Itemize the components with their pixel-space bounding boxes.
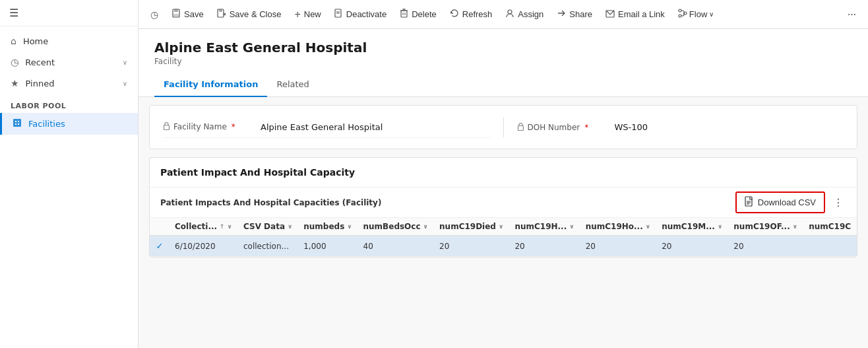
flow-button[interactable]: Flow ∨ [671,5,720,24]
svg-point-22 [679,15,681,17]
table-header-numC19OF[interactable]: numC19OF... ∨ [728,218,803,236]
history-button[interactable]: ◷ [144,5,165,24]
save-close-icon [217,9,226,20]
filter-icon[interactable]: ∨ [288,223,292,230]
table-header-collection[interactable]: Collecti... ↑ ∨ [170,218,238,236]
deactivate-button[interactable]: Deactivate [328,5,393,24]
form-section: Facility Name * Alpine East General Hosp… [149,105,857,149]
delete-label: Delete [412,9,437,19]
download-csv-button[interactable]: Download CSV [735,191,825,213]
table-header-numC19Died[interactable]: numC19Died ∨ [434,218,509,236]
facilities-icon [13,118,22,129]
filter-icon[interactable]: ∨ [646,223,650,230]
table-header-numC19M[interactable]: numC19M... ∨ [656,218,728,236]
facility-name-value[interactable]: Alpine East General Hospital [261,122,383,132]
sidebar-item-home[interactable]: ⌂ Home [0,30,138,52]
pin-icon: ★ [11,78,19,88]
table-cell-numC19OF: 20 [728,236,803,257]
delete-icon [400,9,408,20]
svg-rect-2 [18,121,19,122]
assign-label: Assign [518,9,543,19]
subgrid-toolbar: Patient Impacts And Hospital Capacities … [150,188,857,218]
share-icon [557,9,566,20]
table-cell-numC19Died: 20 [434,236,509,257]
share-button[interactable]: Share [550,5,599,24]
filter-icon[interactable]: ∨ [347,223,352,230]
table-cell-numbeds: 1,000 [298,236,357,257]
filter-icon[interactable]: ∨ [793,223,797,230]
save-icon [171,9,181,20]
flow-icon [678,9,687,20]
filter-icon[interactable]: ∨ [718,223,722,230]
lock-icon [517,122,524,133]
new-button[interactable]: + New [288,5,327,24]
refresh-button[interactable]: Refresh [443,5,499,24]
table-header-csv-data[interactable]: CSV Data ∨ [238,218,298,236]
table-cell-numC19H: 20 [509,236,580,257]
sidebar-item-recent[interactable]: ◷ Recent ∨ [0,52,138,73]
svg-rect-23 [164,125,170,130]
sidebar-item-label: Facilities [28,119,65,129]
sidebar-header: ☰ [0,0,138,26]
svg-point-18 [508,10,512,14]
assign-button[interactable]: Assign [499,5,550,24]
filter-icon[interactable]: ∨ [569,223,574,230]
table-header-numC19C[interactable]: numC19C [803,218,857,236]
more-options-button[interactable]: ⋯ [841,5,863,23]
save-close-button[interactable]: Save & Close [210,5,288,24]
table-header-numC19H[interactable]: numC19H... ∨ [509,218,580,236]
table-header-check [150,218,170,236]
sidebar-item-facilities[interactable]: Facilities [0,113,138,135]
svg-rect-24 [518,125,523,130]
refresh-label: Refresh [462,9,493,19]
table-row[interactable]: ✓ 6/10/2020 collection... 1,000 40 20 20… [150,236,857,257]
table-cell-csv-data: collection... [238,236,298,257]
share-label: Share [569,9,592,19]
delete-button[interactable]: Delete [393,5,443,24]
subgrid-more-options-icon[interactable]: ⋮ [830,193,846,211]
sidebar-item-label: Pinned [26,79,55,88]
table-header-numC19Ho[interactable]: numC19Ho... ∨ [580,218,657,236]
svg-rect-3 [15,123,16,125]
save-button[interactable]: Save [165,5,210,24]
lock-icon [163,122,170,132]
tab-related[interactable]: Related [267,74,318,97]
hamburger-menu-icon[interactable]: ☰ [9,7,18,19]
sidebar-item-label: Home [23,36,48,46]
doh-number-value[interactable]: WS-100 [615,122,648,132]
svg-rect-6 [174,9,178,12]
record-title: Alpine East General Hospital [154,40,852,55]
deactivate-icon [334,9,343,20]
flow-chevron-icon: ∨ [709,11,714,18]
email-link-button[interactable]: Email a Link [599,5,671,24]
table-header-numbeds[interactable]: numbeds ∨ [298,218,357,236]
svg-rect-13 [401,11,407,17]
table-cell-numC19M: 20 [656,236,728,257]
svg-point-20 [679,9,681,12]
filter-icon[interactable]: ∨ [499,223,503,230]
subgrid-table-container: Collecti... ↑ ∨ CSV Data ∨ [150,218,857,257]
svg-rect-1 [15,121,16,122]
chevron-down-icon: ∨ [123,59,127,66]
svg-rect-0 [13,119,21,127]
deactivate-label: Deactivate [346,9,387,19]
form-row: Facility Name * Alpine East General Hosp… [163,116,844,138]
save-close-label: Save & Close [230,9,282,19]
svg-point-21 [684,12,687,15]
home-icon: ⌂ [11,36,16,46]
tab-facility-information[interactable]: Facility Information [154,74,267,97]
table-cell-numbedsOcc: 40 [358,236,435,257]
subgrid-header: Patient Impact And Hospital Capacity [150,158,857,188]
table-header-row: Collecti... ↑ ∨ CSV Data ∨ [150,218,857,236]
table-cell-collection: 6/10/2020 [170,236,238,257]
subgrid-section: Patient Impact And Hospital Capacity Pat… [149,157,857,258]
svg-rect-9 [219,9,222,12]
filter-icon[interactable]: ∨ [228,223,232,230]
table-header-numbedsOcc[interactable]: numBedsOcc ∨ [358,218,435,236]
assign-icon [505,9,514,20]
sidebar-item-label: Recent [25,57,55,67]
filter-icon[interactable]: ∨ [423,223,428,230]
sidebar-navigation: ⌂ Home ◷ Recent ∨ ★ Pinned ∨ Labor Pool [0,26,138,139]
sidebar-item-pinned[interactable]: ★ Pinned ∨ [0,73,138,94]
more-options-icon: ⋯ [848,9,856,19]
